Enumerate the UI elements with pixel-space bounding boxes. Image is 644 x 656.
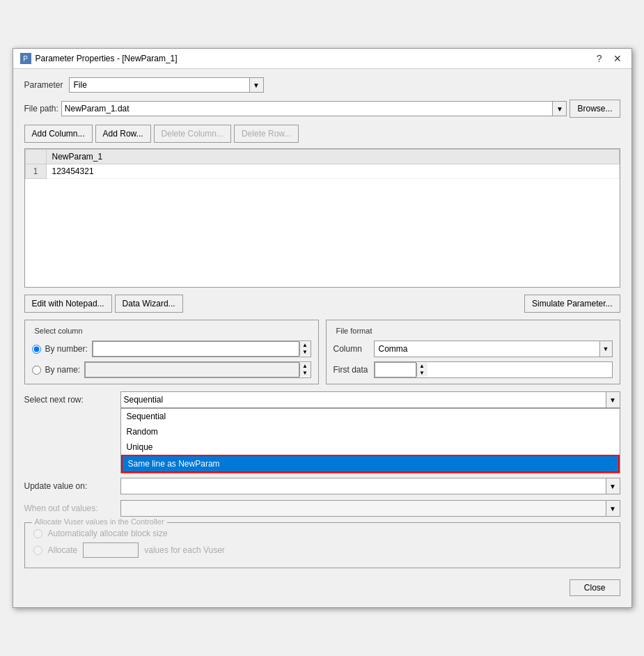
table-row: 1 123454321 [25,164,619,179]
delete-row-button[interactable]: Delete Row... [234,125,299,143]
title-bar-left: P Parameter Properties - [NewParam_1] [20,53,178,64]
by-name-radio[interactable] [32,366,41,375]
first-data-spinner-btns: ▲ ▼ [416,363,427,377]
by-number-row: By number: 1 ▲ ▼ [32,341,311,357]
alloc-row: Allocate values for each Vuser [33,542,611,558]
vuser-section: Allocate Vuser values in the Controller … [24,522,620,568]
when-out-select[interactable]: ▼ [120,500,620,517]
select-next-row-dropdown-wrapper: Sequential ▼ Sequential Random Unique Sa… [120,391,620,408]
by-number-spinner: 1 ▲ ▼ [92,341,311,357]
alloc-label: Allocate [48,545,78,555]
auto-alloc-radio[interactable] [33,529,42,538]
edit-notepad-button[interactable]: Edit with Notepad... [24,295,112,313]
add-column-button[interactable]: Add Column... [24,125,93,143]
dialog-title: Parameter Properties - [NewParam_1] [36,54,178,63]
column-format-value: Comma [375,341,599,357]
dialog-icon: P [20,53,31,64]
delete-column-button[interactable]: Delete Column... [154,125,231,143]
data-wizard-button[interactable]: Data Wizard... [115,295,183,313]
values-for-each-label: values for each Vuser [144,545,225,555]
file-path-input[interactable]: NewParam_1.dat [62,102,553,115]
first-data-up[interactable]: ▲ [416,363,427,370]
column-header-newparam: NewParam_1 [46,150,619,164]
parameter-dropdown-arrow[interactable]: ▼ [249,78,263,92]
file-path-row: File path: NewParam_1.dat ▼ Browse... [24,100,620,118]
close-btn-row: Close [24,575,620,599]
toolbar-row: Add Column... Add Row... Delete Column..… [24,125,620,143]
spinner-buttons: ▲ ▼ [299,342,311,356]
select-next-row-section: Select next row: Sequential ▼ Sequential… [24,391,620,408]
update-value-arrow[interactable]: ▼ [606,478,620,494]
update-value-select[interactable]: ▼ [120,478,620,494]
dialog-content: Parameter File ▼ File path: NewParam_1.d… [13,69,631,607]
first-data-spinner: 1 ▲ ▼ [374,361,613,378]
close-button[interactable]: Close [570,579,620,596]
vuser-section-title: Allocate Vuser values in the Controller [32,517,167,526]
dropdown-item-unique[interactable]: Unique [121,439,620,455]
file-format-title: File format [333,327,375,335]
select-next-row-open-list: Sequential Random Unique Same line as Ne… [120,408,620,474]
add-row-button[interactable]: Add Row... [95,125,151,143]
bottom-toolbar: Edit with Notepad... Data Wizard... Simu… [24,295,620,313]
by-name-spinner: ▲ ▼ [84,361,311,378]
by-name-label: By name: [45,365,81,375]
by-number-input[interactable]: 1 [93,341,299,357]
parameter-row: Parameter File ▼ [24,77,620,93]
bottom-toolbar-left: Edit with Notepad... Data Wizard... [24,295,183,313]
by-name-row: By name: ▲ ▼ [32,361,311,378]
when-out-dropdown: ▼ [120,500,620,517]
by-name-spinner-down[interactable]: ▼ [299,370,311,377]
select-column-title: Select column [32,327,86,335]
dropdown-item-sequential[interactable]: Sequential [121,409,620,424]
by-number-radio[interactable] [32,345,41,354]
data-table-wrapper: NewParam_1 1 123454321 [24,148,620,288]
data-table: NewParam_1 1 123454321 [25,149,620,179]
first-data-label: First data [333,365,368,375]
row-num-1: 1 [25,164,46,179]
window-close-button[interactable]: ✕ [611,53,625,64]
by-name-spinner-up[interactable]: ▲ [299,363,311,370]
row-num-header [25,150,46,164]
file-path-dropdown-arrow[interactable]: ▼ [552,102,566,116]
column-format-arrow[interactable]: ▼ [599,341,612,357]
by-number-label: By number: [45,344,88,354]
parameter-value: File [70,79,249,91]
column-format-select: Comma ▼ [374,341,613,357]
select-next-row-value: Sequential [124,395,164,405]
parameter-properties-dialog: P Parameter Properties - [NewParam_1] ? … [13,48,632,608]
select-next-row-label: Select next row: [24,395,115,405]
file-format-grid: Column Comma ▼ First data 1 ▲ ▼ [333,341,613,378]
update-value-dropdown: ▼ [120,478,620,494]
alloc-fixed-radio[interactable] [33,546,42,555]
dropdown-item-same-line[interactable]: Same line as NewParam [121,455,620,473]
when-out-of-values-row: When out of values: ▼ [24,500,620,517]
update-value-row: Update value on: ▼ [24,478,620,494]
when-out-arrow[interactable]: ▼ [606,501,620,516]
select-column-panel: Select column By number: 1 ▲ ▼ [24,320,319,384]
select-next-row-dropdown[interactable]: Sequential ▼ [120,391,620,408]
dropdown-item-random[interactable]: Random [121,424,620,439]
first-data-down[interactable]: ▼ [416,370,427,377]
browse-button[interactable]: Browse... [570,100,620,118]
select-next-row-arrow[interactable]: ▼ [606,392,620,407]
auto-alloc-label: Automatically allocate block size [48,529,168,538]
update-value-label: Update value on: [24,481,115,491]
file-path-wrapper: NewParam_1.dat ▼ [61,101,567,116]
title-bar: P Parameter Properties - [NewParam_1] ? … [13,49,631,69]
by-name-input[interactable] [85,362,299,377]
title-bar-right: ? ✕ [594,53,625,64]
file-format-panel: File format Column Comma ▼ First data 1 … [326,320,620,384]
alloc-value-input[interactable] [83,542,139,558]
simulate-parameter-button[interactable]: Simulate Parameter... [524,295,620,313]
first-data-input[interactable]: 1 [375,362,416,377]
by-name-spinner-btns: ▲ ▼ [299,363,311,377]
auto-alloc-row: Automatically allocate block size [33,529,611,538]
column-format-label: Column [333,344,368,354]
help-button[interactable]: ? [594,53,605,64]
table-header-row: NewParam_1 [25,150,619,164]
section-panels: Select column By number: 1 ▲ ▼ [24,320,620,384]
file-path-label: File path: [24,104,58,114]
spinner-up[interactable]: ▲ [299,342,311,349]
spinner-down[interactable]: ▼ [299,349,311,356]
cell-1-1[interactable]: 123454321 [46,164,619,179]
